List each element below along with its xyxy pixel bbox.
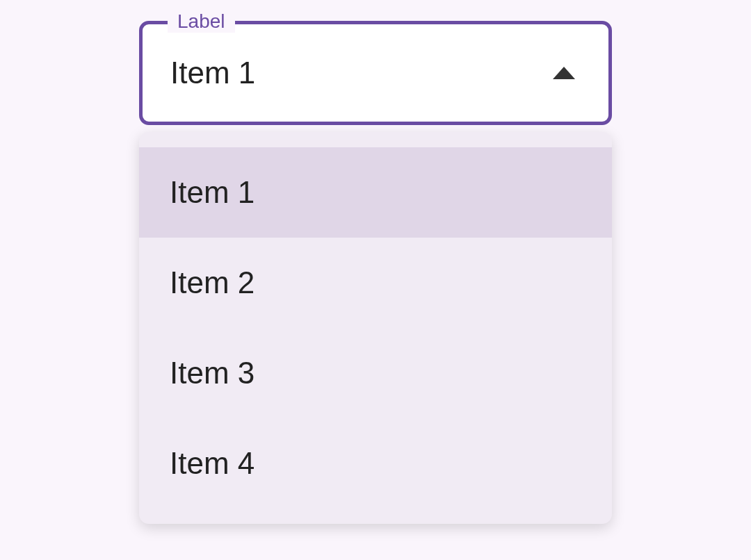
dropdown-item-3[interactable]: Item 3 [139,328,612,418]
select-value: Item 1 [170,56,553,90]
dropdown-item-1[interactable]: Item 1 [139,147,612,238]
chevron-up-icon [553,67,575,79]
dropdown-item-2[interactable]: Item 2 [139,238,612,328]
dropdown-item-label: Item 1 [170,175,255,209]
dropdown-item-4[interactable]: Item 4 [139,418,612,509]
dropdown-item-label: Item 2 [170,265,255,299]
dropdown-menu: Item 1 Item 2 Item 3 Item 4 [139,132,612,524]
select-label: Label [168,10,235,33]
select-container: Label Item 1 Item 1 Item 2 Item 3 Item 4 [139,21,612,125]
select-field[interactable]: Label Item 1 [139,21,612,125]
dropdown-item-label: Item 3 [170,356,255,390]
dropdown-item-label: Item 4 [170,446,255,480]
